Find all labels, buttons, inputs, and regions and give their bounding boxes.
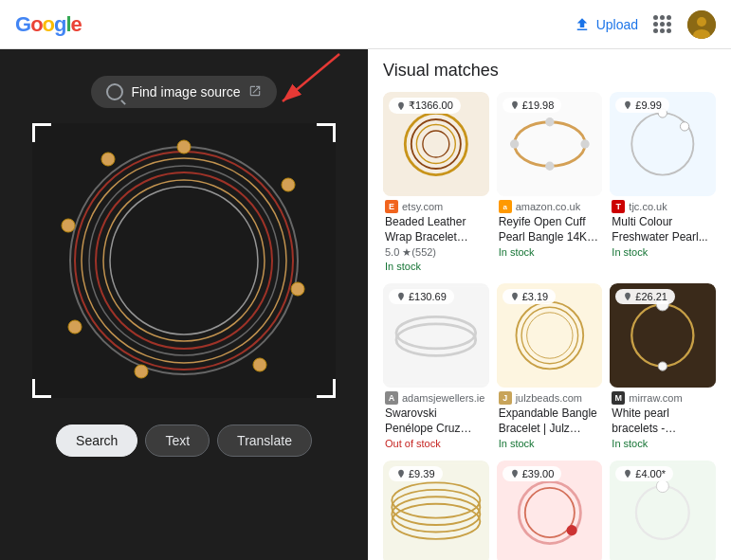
seller-row: T tjc.co.uk xyxy=(612,200,714,213)
text-button[interactable]: Text xyxy=(145,425,210,457)
product-card[interactable]: £19.98 a amazon.co.uk xyxy=(497,92,603,276)
product-card[interactable]: £9.39 xyxy=(383,461,489,560)
price-badge: £39.00 xyxy=(503,466,562,481)
svg-point-1 xyxy=(697,17,706,27)
left-panel: Find image source xyxy=(0,49,368,560)
product-card[interactable]: £4.00* xyxy=(610,461,716,560)
product-info: A adamsjewellers.ie Swarovski Penélope C… xyxy=(383,388,489,453)
product-card[interactable]: £130.69 A adamsjewellers.ie Swarovski Pe… xyxy=(383,283,489,453)
user-avatar[interactable] xyxy=(687,10,716,39)
seller-name: tjc.co.uk xyxy=(629,201,667,212)
seller-row: E etsy.com xyxy=(385,200,487,213)
svg-point-14 xyxy=(282,178,295,191)
product-card[interactable]: ₹1366.00 E etsy.com Beaded L xyxy=(383,92,489,276)
seller-row: a amazon.co.uk xyxy=(499,200,601,213)
search-button[interactable]: Search xyxy=(56,425,137,457)
stock-status: Out of stock xyxy=(385,438,487,449)
seller-row: J julzbeads.com xyxy=(499,391,601,405)
svg-point-17 xyxy=(135,365,148,378)
product-title: White pearl bracelets - Bracelets by Mag… xyxy=(612,406,714,436)
price-badge: £9.39 xyxy=(389,466,443,481)
stock-status: In stock xyxy=(612,438,714,449)
price-badge: £130.69 xyxy=(389,289,454,304)
product-image: £9.39 xyxy=(383,461,489,560)
google-logo: Google xyxy=(15,12,82,37)
seller-name: amazon.co.uk xyxy=(516,201,580,212)
seller-name: julzbeads.com xyxy=(516,392,582,404)
svg-rect-5 xyxy=(32,123,336,398)
upload-icon xyxy=(574,16,591,33)
price-badge: £3.19 xyxy=(503,289,557,304)
corner-br xyxy=(317,379,336,398)
product-image: £3.19 xyxy=(497,283,603,388)
svg-point-30 xyxy=(510,139,519,148)
stock-status: In stock xyxy=(499,246,601,258)
svg-point-28 xyxy=(545,117,554,126)
product-info: T tjc.co.uk Multi Colour Freshwater Pear… xyxy=(610,196,716,262)
section-title: Visual matches xyxy=(383,61,716,81)
price-badge: £4.00* xyxy=(615,466,673,481)
translate-button[interactable]: Translate xyxy=(217,425,312,457)
adams-icon: A xyxy=(385,391,398,405)
svg-line-4 xyxy=(283,54,339,101)
seller-name: mirraw.com xyxy=(629,392,682,404)
product-image: £9.99 xyxy=(610,92,716,196)
svg-point-34 xyxy=(681,122,689,131)
product-rating: 5.0 ★(552) xyxy=(385,246,487,259)
mirraw-icon: M xyxy=(612,391,625,405)
product-title: Reyife Open Cuff Pearl Bangle 14K Gol... xyxy=(499,215,601,244)
upload-label: Upload xyxy=(596,17,638,32)
find-image-source-button[interactable]: Find image source xyxy=(91,76,276,108)
price-value: £130.69 xyxy=(409,291,447,302)
product-image: £130.69 xyxy=(383,283,489,388)
product-image: £39.00 xyxy=(497,461,603,560)
bracelet-image xyxy=(32,123,336,398)
corner-bl xyxy=(32,379,51,398)
seller-name: adamsjewellers.ie xyxy=(402,392,484,404)
main-content: Find image source xyxy=(0,49,731,560)
product-card[interactable]: £26.21 M mirraw.com White pearl bracelet… xyxy=(610,283,716,453)
stock-status: In stock xyxy=(612,246,714,258)
seller-row: M mirraw.com xyxy=(612,391,714,405)
lens-icon xyxy=(106,83,123,100)
price-badge: £19.98 xyxy=(503,98,562,113)
svg-point-58 xyxy=(657,480,669,493)
product-card[interactable]: £9.99 T tjc.co.uk Multi Colour Freshwate… xyxy=(610,92,716,276)
svg-point-46 xyxy=(659,362,667,370)
corner-tl xyxy=(32,123,51,142)
svg-point-16 xyxy=(253,358,266,371)
right-panel: Visual matches ₹1366.00 xyxy=(368,49,731,560)
price-icon xyxy=(510,100,520,110)
product-info: E etsy.com Beaded Leather Wrap Bracelet … xyxy=(383,196,489,276)
price-value: £26.21 xyxy=(635,291,667,302)
svg-point-19 xyxy=(62,219,75,232)
price-icon xyxy=(510,292,520,301)
seller-name: etsy.com xyxy=(402,201,443,212)
svg-point-55 xyxy=(566,525,576,535)
stock-status: In stock xyxy=(385,261,487,272)
svg-point-20 xyxy=(101,153,115,166)
julz-icon: J xyxy=(499,391,512,405)
price-icon xyxy=(396,469,406,479)
header-left: Google xyxy=(15,12,82,37)
find-source-label: Find image source xyxy=(131,84,240,99)
price-value: £39.00 xyxy=(522,468,555,479)
product-title: Multi Colour Freshwater Pearl... xyxy=(612,215,714,244)
header: Google Upload xyxy=(0,0,731,49)
product-title: Swarovski Penélope Cruz Moonsun Clust... xyxy=(385,406,487,436)
price-badge: ₹1366.00 xyxy=(389,98,461,114)
upload-button[interactable]: Upload xyxy=(574,16,638,33)
bracelet-svg xyxy=(32,123,336,398)
products-grid: ₹1366.00 E etsy.com Beaded L xyxy=(383,92,716,560)
product-info: M mirraw.com White pearl bracelets - Bra… xyxy=(610,388,716,453)
external-link-icon xyxy=(248,84,262,100)
avatar-image xyxy=(687,10,716,39)
product-card[interactable]: £39.00 xyxy=(497,461,603,560)
product-info: a amazon.co.uk Reyife Open Cuff Pearl Ba… xyxy=(497,196,603,262)
product-title: Expandable Bangle Bracelet | Julz Beads.… xyxy=(499,406,601,436)
price-value: £19.98 xyxy=(522,99,555,111)
product-card[interactable]: £3.19 J julzbeads.com Expandable Bangle … xyxy=(497,283,603,453)
product-image: £19.98 xyxy=(497,92,603,196)
price-badge: £26.21 xyxy=(615,289,675,304)
apps-grid-icon[interactable] xyxy=(653,15,672,34)
